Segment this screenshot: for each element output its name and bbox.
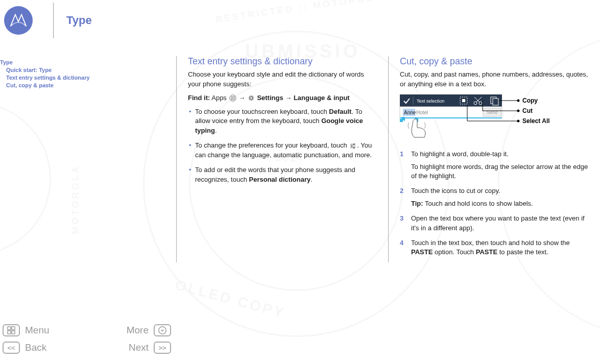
next-icon: >> — [154, 342, 171, 354]
selected-text: Anne — [404, 110, 416, 115]
sidebar-item-textentry[interactable]: Text entry settings & dictionary — [0, 74, 171, 82]
step-3: Open the text box where you want to past… — [400, 214, 589, 233]
menu-button[interactable]: Menu — [3, 324, 50, 336]
svg-rect-15 — [353, 143, 355, 145]
step-2: Touch the icons to cut or copy. Tip: Tou… — [400, 186, 589, 209]
section-title-cutcopy: Cut, copy & paste — [400, 56, 589, 67]
column-cutcopy: Cut, copy & paste Cut, copy, and past na… — [388, 56, 600, 262]
svg-point-2 — [231, 96, 232, 98]
find-it-lang: Language & input — [294, 94, 350, 102]
svg-point-4 — [233, 96, 234, 98]
svg-rect-43 — [12, 327, 15, 330]
bullet-keyboard-prefs: To change the preferences for your keybo… — [188, 141, 377, 160]
header-divider — [53, 3, 54, 38]
settings-gear-icon — [248, 94, 255, 102]
more-label: More — [127, 325, 149, 336]
svg-point-6 — [232, 98, 233, 99]
bullet-personal-dictionary: To add or edit the words that your phone… — [188, 165, 377, 185]
copy-label: Copy — [522, 97, 538, 104]
svg-point-7 — [233, 98, 234, 99]
apps-grid-icon — [229, 94, 236, 102]
menu-label: Menu — [25, 325, 50, 336]
svg-rect-45 — [12, 331, 15, 334]
svg-rect-27 — [493, 99, 498, 105]
svg-point-10 — [233, 99, 234, 100]
svg-point-9 — [232, 99, 233, 100]
cut-label: Cut — [522, 107, 533, 114]
text-selection-diagram: Text selection Anne Hotel Send — [400, 94, 584, 140]
sliders-icon — [349, 142, 356, 150]
back-icon: << — [3, 342, 20, 354]
bottom-nav: Menu More << Back Next >> — [3, 324, 171, 359]
step-1: To highlight a word, double-tap it. To h… — [400, 150, 589, 182]
step-1-sub: To highlight more words, drag the select… — [411, 162, 589, 182]
back-button[interactable]: << Back — [3, 342, 46, 354]
cutcopy-intro: Cut, copy, and past names, phone numbers… — [400, 70, 589, 89]
svg-point-41 — [517, 119, 520, 122]
next-button[interactable]: Next >> — [129, 342, 171, 354]
svg-point-38 — [517, 109, 520, 112]
bullet-default-keyboard: To choose your touchscreen keyboard, tou… — [188, 107, 377, 136]
svg-point-3 — [232, 96, 233, 98]
svg-rect-21 — [462, 99, 465, 102]
find-it-label: Find it: — [188, 94, 210, 102]
arrow-icon: → — [285, 94, 292, 102]
sidebar-heading[interactable]: Type — [0, 59, 171, 66]
svg-rect-16 — [351, 145, 353, 147]
svg-point-35 — [517, 99, 520, 102]
tip-label: Tip: — [411, 200, 423, 207]
page-title: Type — [66, 14, 92, 27]
find-it-apps: Apps — [211, 94, 227, 102]
svg-point-11 — [250, 97, 252, 100]
back-label: Back — [25, 342, 46, 353]
svg-rect-42 — [8, 327, 11, 330]
find-it-settings: Settings — [257, 94, 283, 102]
next-label: Next — [129, 342, 149, 353]
svg-rect-18 — [400, 94, 502, 107]
more-icon — [154, 324, 171, 336]
arrow-icon: → — [238, 94, 245, 102]
sidebar-item-cutcopy[interactable]: Cut, copy & paste — [0, 82, 171, 89]
section-title-textentry: Text entry settings & dictionary — [188, 56, 377, 67]
svg-rect-44 — [8, 331, 11, 334]
sidebar: Type Quick start: Type Text entry settin… — [0, 56, 176, 262]
svg-point-8 — [231, 99, 232, 100]
rest-text: Hotel — [416, 110, 428, 115]
column-text-entry: Text entry settings & dictionary Choose … — [176, 56, 388, 262]
svg-point-5 — [231, 98, 232, 99]
selectall-label: Select All — [522, 117, 550, 125]
menu-icon — [3, 324, 20, 336]
svg-rect-33 — [400, 119, 403, 122]
textentry-intro: Choose your keyboard style and edit the … — [188, 70, 377, 89]
find-it-path: Find it: Apps → Settings → Language & in… — [188, 93, 377, 103]
step-4: Touch in the text box, then touch and ho… — [400, 238, 589, 258]
motorola-logo — [4, 6, 33, 35]
actionbar-title: Text selection — [417, 99, 445, 104]
more-button[interactable]: More — [127, 324, 171, 336]
svg-rect-17 — [353, 147, 355, 149]
sidebar-item-quickstart[interactable]: Quick start: Type — [0, 66, 171, 74]
